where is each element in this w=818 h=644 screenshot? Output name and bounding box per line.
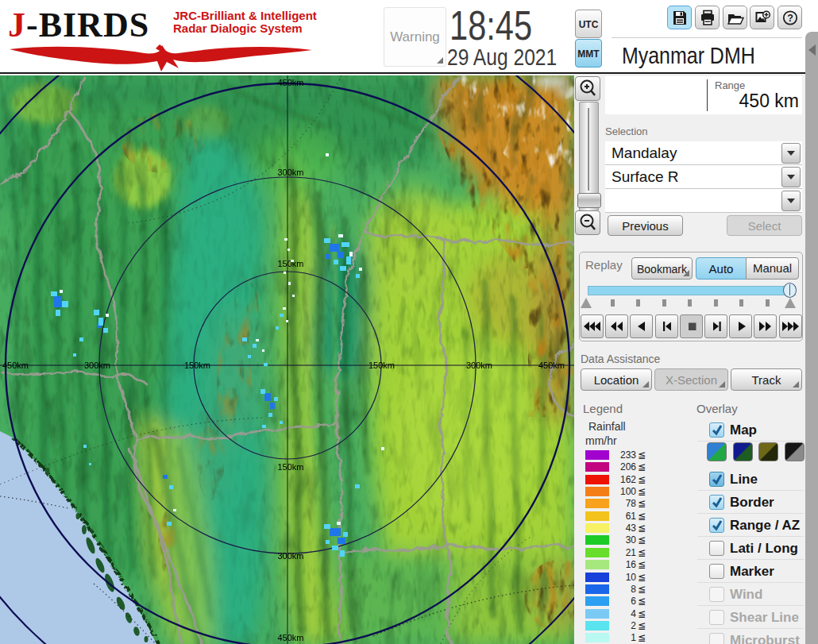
- panel-collapse-strip[interactable]: [805, 32, 818, 644]
- legend-value: 100: [611, 486, 636, 497]
- svg-text:150km: 150km: [277, 462, 303, 472]
- overlay-item-label: Line: [730, 472, 758, 488]
- select-button[interactable]: Select: [727, 215, 802, 236]
- overlay-item-label: Wind: [730, 587, 762, 603]
- svg-text:300km: 300km: [466, 361, 492, 370]
- station-select-dropdown-button[interactable]: [781, 143, 801, 164]
- legend-entry: 206≦: [585, 461, 673, 473]
- extra-select-dropdown-button[interactable]: [781, 191, 801, 211]
- utc-button[interactable]: UTC: [575, 10, 602, 38]
- svg-text:450km: 450km: [538, 361, 565, 370]
- save-button[interactable]: [667, 6, 692, 29]
- prev-frame-button[interactable]: [655, 314, 678, 338]
- replay-label: Replay: [585, 258, 623, 272]
- location-button[interactable]: Location: [581, 368, 652, 391]
- app-logo: J-BIRDS JRC-Brilliant & Intelligent Rada…: [8, 3, 318, 71]
- shear-line-checkbox[interactable]: [709, 610, 724, 625]
- replay-timeline-track[interactable]: [588, 286, 796, 295]
- overlay-separator: [697, 536, 804, 537]
- range-label: Range: [715, 79, 745, 91]
- extra-select-row[interactable]: [605, 189, 802, 213]
- product-select-dropdown-button[interactable]: [781, 167, 801, 187]
- border-checkbox[interactable]: [709, 495, 724, 510]
- legend-value: 206: [611, 461, 636, 472]
- collapse-arrow-icon[interactable]: [808, 44, 816, 56]
- bookmark-button[interactable]: Bookmark: [631, 257, 693, 280]
- help-button[interactable]: ?: [777, 6, 802, 29]
- svg-text:450km: 450km: [277, 633, 303, 642]
- print-button[interactable]: [695, 6, 720, 29]
- station-name: Myanmar DMH: [622, 43, 755, 69]
- timeline-handle[interactable]: [783, 283, 797, 298]
- mmt-button[interactable]: MMT: [575, 39, 602, 67]
- track-button[interactable]: Track: [731, 368, 802, 391]
- open-folder-button[interactable]: [723, 6, 747, 29]
- timeline-tick: [766, 299, 770, 307]
- step-back-button[interactable]: [630, 314, 653, 338]
- radar-map[interactable]: 450km 300km 150km 150km 300km 450km 450k…: [0, 75, 574, 644]
- play-button[interactable]: [729, 314, 752, 338]
- overlay-item-microburst: Microburst: [697, 631, 805, 644]
- legend-leq-symbol: ≦: [638, 449, 646, 461]
- zoom-out-button[interactable]: [575, 210, 600, 235]
- range-az-checkbox[interactable]: [709, 518, 724, 533]
- forward-2-button[interactable]: [754, 314, 777, 338]
- header-bar: J-BIRDS JRC-Brilliant & Intelligent Rada…: [0, 0, 818, 74]
- legend-leq-symbol: ≦: [638, 572, 646, 583]
- line-checkbox[interactable]: [709, 472, 724, 487]
- manual-button[interactable]: Manual: [746, 257, 799, 280]
- auto-button[interactable]: Auto: [696, 257, 747, 280]
- overlay-label: Overlay: [696, 402, 738, 415]
- map-style-blue-green[interactable]: [707, 442, 727, 461]
- previous-button[interactable]: Previous: [608, 215, 683, 236]
- marker-checkbox[interactable]: [709, 564, 724, 579]
- legend-entry: 233≦: [585, 449, 673, 461]
- xsection-button[interactable]: X-Section: [654, 368, 728, 391]
- svg-text:300km: 300km: [277, 168, 303, 177]
- legend-leq-symbol: ≦: [638, 474, 646, 485]
- legend-leq-symbol: ≦: [638, 584, 646, 595]
- range-value: 450 km: [699, 91, 799, 112]
- legend-leq-symbol: ≦: [638, 498, 646, 509]
- svg-text:150km: 150km: [368, 361, 395, 370]
- rewind-2-button[interactable]: [605, 314, 628, 338]
- svg-text:300km: 300km: [84, 361, 110, 370]
- station-select-row[interactable]: Mandalay: [605, 141, 802, 165]
- add-image-button[interactable]: [750, 6, 774, 29]
- overlay-item-label: Marker: [730, 564, 774, 580]
- wind-checkbox[interactable]: [709, 587, 724, 602]
- zoom-in-button[interactable]: [575, 76, 600, 101]
- product-select-row[interactable]: Surface R: [605, 165, 802, 189]
- svg-text:450km: 450km: [2, 361, 29, 370]
- legend-leq-symbol: ≦: [638, 559, 646, 570]
- stop-button[interactable]: [680, 314, 703, 338]
- legend-leq-symbol: ≦: [638, 523, 646, 534]
- timeline-start-marker[interactable]: [581, 298, 592, 308]
- zoom-slider-groove: [588, 108, 589, 191]
- forward-3-button[interactable]: [779, 314, 802, 338]
- legend-leq-symbol: ≦: [638, 486, 646, 497]
- map-style-black-gray[interactable]: [785, 442, 804, 461]
- legend-leq-symbol: ≦: [638, 632, 646, 643]
- microburst-checkbox[interactable]: [709, 633, 724, 644]
- timeline-end-marker[interactable]: [785, 298, 796, 308]
- map-style-olive-dark[interactable]: [758, 442, 778, 461]
- overlay-item-label: Map: [730, 422, 757, 438]
- legend-entry: 4≦: [585, 608, 673, 620]
- legend-color-swatch: [585, 584, 609, 594]
- lati-long-checkbox[interactable]: [709, 541, 724, 556]
- legend-entry: 78≦: [585, 498, 673, 510]
- rewind-3-button[interactable]: [581, 314, 604, 338]
- warning-button[interactable]: Warning: [384, 7, 446, 67]
- legend-color-swatch: [585, 535, 609, 545]
- map-style-navy-darkgreen[interactable]: [733, 442, 753, 461]
- legend-color-swatch: [585, 511, 609, 521]
- zoom-slider-handle[interactable]: [577, 193, 601, 208]
- legend-entry: 43≦: [585, 523, 673, 534]
- overlay-separator: [697, 441, 804, 442]
- legend-entry: 16≦: [585, 559, 673, 571]
- legend-title: Rainfall: [588, 420, 626, 433]
- next-frame-button[interactable]: [704, 314, 727, 338]
- map-checkbox[interactable]: [709, 422, 724, 438]
- legend-color-swatch: [585, 621, 609, 631]
